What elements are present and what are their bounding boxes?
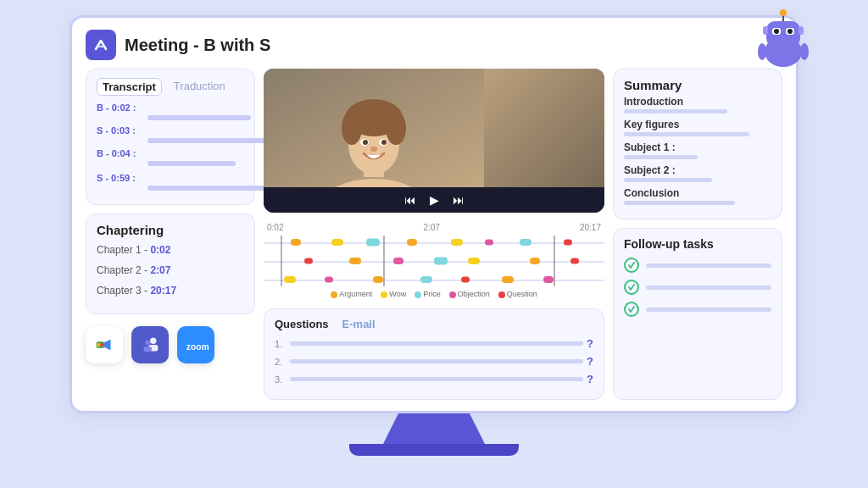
- task-check-3: [624, 302, 639, 317]
- task-item-3: [624, 302, 771, 317]
- questions-email-tabs: Questions E-mail: [275, 318, 593, 330]
- svg-point-17: [100, 343, 104, 347]
- svg-point-5: [787, 29, 793, 34]
- center-column: ⏮ ▶ ⏭ 0:02 2:07 20:17: [264, 69, 604, 400]
- question-item-1: 1. ?: [275, 337, 593, 350]
- followup-title: Follow-up tasks: [624, 237, 771, 251]
- chapter-1: Chapter 1 - 0:02: [97, 244, 244, 256]
- video-controls-bar[interactable]: ⏮ ▶ ⏭: [264, 187, 604, 213]
- app-logo: [86, 30, 116, 60]
- svg-text:zoom: zoom: [186, 342, 209, 352]
- svg-point-37: [381, 140, 387, 145]
- tab-email[interactable]: E-mail: [342, 318, 376, 330]
- summary-card: Summary Introduction Key figures Subject…: [613, 69, 782, 219]
- page-title: Meeting - B with S: [125, 36, 270, 55]
- tab-transcript[interactable]: Transcript: [97, 78, 162, 96]
- questions-card: Questions E-mail 1. ? 2. ? 3.: [264, 308, 604, 400]
- next-button[interactable]: ⏭: [453, 193, 465, 207]
- svg-rect-22: [144, 347, 152, 352]
- question-item-3: 3. ?: [275, 373, 593, 385]
- timeline-legend: Argument Wow Price Objection Question: [264, 290, 604, 298]
- svg-point-38: [370, 147, 377, 152]
- svg-point-33: [378, 106, 395, 130]
- legend-wow: Wow: [381, 290, 406, 298]
- tab-questions[interactable]: Questions: [275, 318, 329, 330]
- summary-introduction: Introduction: [624, 96, 771, 114]
- svg-rect-11: [798, 26, 804, 35]
- transcript-line-4: S - 0:59 :: [97, 173, 244, 191]
- summary-subject1: Subject 1 :: [624, 141, 771, 159]
- transcript-line-2: S - 0:03 :: [97, 125, 244, 143]
- platform-icons: zoom: [86, 326, 255, 363]
- timeline-section: 0:02 2:07 20:17: [264, 219, 604, 302]
- zoom-icon[interactable]: zoom: [177, 326, 214, 363]
- chaptering-title: Chaptering: [97, 223, 244, 237]
- svg-point-9: [800, 43, 809, 60]
- video-thumbnail: [264, 69, 604, 187]
- legend-question: Question: [498, 290, 537, 298]
- main-grid: Transcript Traduction B - 0:02 : S - 0:0…: [86, 69, 782, 391]
- robot-mascot: [745, 3, 821, 79]
- summary-subject2: Subject 2 :: [624, 164, 771, 182]
- tab-traduction[interactable]: Traduction: [169, 78, 231, 96]
- transcript-card: Transcript Traduction B - 0:02 : S - 0:0…: [86, 69, 255, 205]
- summary-key-figures: Key figures: [624, 119, 771, 136]
- question-item-2: 2. ?: [275, 355, 593, 368]
- transcript-line-3: B - 0:04 :: [97, 148, 244, 166]
- legend-argument: Argument: [331, 290, 372, 298]
- chapter-3: Chapter 3 - 20:17: [97, 285, 244, 297]
- svg-rect-10: [763, 26, 768, 35]
- svg-point-4: [774, 29, 779, 34]
- followup-tasks-card: Follow-up tasks: [613, 228, 782, 400]
- task-item-2: [624, 280, 771, 295]
- transcript-tabs: Transcript Traduction: [97, 78, 244, 96]
- app-header: Meeting - B with S: [86, 30, 782, 60]
- svg-point-21: [145, 340, 150, 345]
- teams-icon[interactable]: [131, 326, 169, 363]
- svg-point-19: [150, 338, 157, 345]
- svg-point-7: [780, 9, 787, 16]
- monitor-screen: Meeting - B with S Transcript Traduction…: [70, 15, 798, 413]
- monitor-stand: [383, 413, 485, 444]
- video-player[interactable]: ⏮ ▶ ⏭: [264, 69, 604, 213]
- timeline-timestamps: 0:02 2:07 20:17: [264, 223, 604, 232]
- task-item-1: [624, 258, 771, 273]
- legend-objection: Objection: [449, 290, 490, 298]
- chapter-2: Chapter 2 - 2:07: [97, 264, 244, 276]
- task-check-2: [624, 280, 639, 295]
- monitor-base: [349, 444, 519, 456]
- timeline-track: [264, 236, 604, 286]
- right-column: Summary Introduction Key figures Subject…: [613, 69, 782, 400]
- svg-point-36: [363, 140, 368, 145]
- monitor-wrapper: Meeting - B with S Transcript Traduction…: [53, 15, 815, 473]
- left-column: Transcript Traduction B - 0:02 : S - 0:0…: [86, 69, 255, 400]
- svg-rect-18: [137, 332, 163, 358]
- google-meet-icon[interactable]: [86, 326, 123, 363]
- legend-price: Price: [415, 290, 441, 298]
- svg-point-8: [758, 43, 766, 60]
- transcript-line-1: B - 0:02 :: [97, 103, 244, 120]
- summary-title: Summary: [624, 78, 771, 92]
- play-button[interactable]: ▶: [430, 193, 439, 207]
- task-check-1: [624, 258, 639, 273]
- chaptering-card: Chaptering Chapter 1 - 0:02 Chapter 2 - …: [86, 214, 255, 314]
- summary-conclusion: Conclusion: [624, 187, 771, 205]
- prev-button[interactable]: ⏮: [404, 193, 416, 207]
- svg-point-32: [353, 106, 370, 130]
- svg-rect-1: [766, 21, 800, 47]
